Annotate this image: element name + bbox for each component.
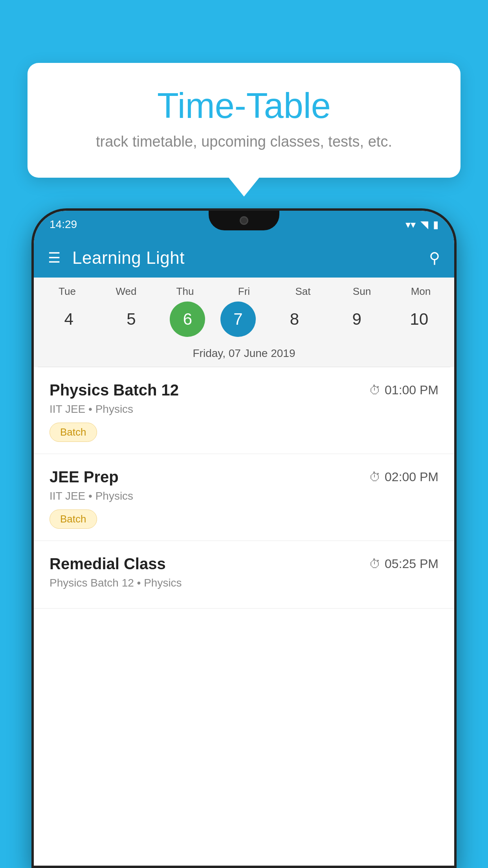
day-numbers: 4 5 6 7 8 9 10 — [38, 302, 450, 337]
day-5[interactable]: 5 — [108, 302, 155, 337]
phone-frame: 14:29 ▾▾ ◥ ▮ ☰ Learning Light ⚲ Tue Wed … — [31, 208, 457, 868]
status-icons: ▾▾ ◥ ▮ — [405, 219, 438, 231]
day-8[interactable]: 8 — [271, 302, 318, 337]
day-9[interactable]: 9 — [333, 302, 380, 337]
schedule-item-2-badge: Batch — [50, 509, 97, 529]
clock-icon-3: ⏱ — [369, 557, 381, 571]
day-header-mon: Mon — [397, 285, 444, 298]
calendar-strip: Tue Wed Thu Fri Sat Sun Mon 4 5 6 7 8 9 … — [34, 278, 454, 367]
day-header-tue: Tue — [44, 285, 91, 298]
day-header-sun: Sun — [338, 285, 385, 298]
schedule-container: Physics Batch 12 ⏱ 01:00 PM IIT JEE • Ph… — [34, 367, 454, 866]
day-header-sat: Sat — [279, 285, 327, 298]
phone-screen: 14:29 ▾▾ ◥ ▮ ☰ Learning Light ⚲ Tue Wed … — [34, 211, 454, 866]
day-header-wed: Wed — [103, 285, 150, 298]
battery-icon: ▮ — [433, 219, 438, 231]
day-4[interactable]: 4 — [45, 302, 92, 337]
schedule-item-3-time: ⏱ 05:25 PM — [369, 557, 438, 571]
front-camera — [240, 216, 248, 225]
app-bar: ☰ Learning Light ⚲ — [34, 238, 454, 278]
day-header-fri: Fri — [220, 285, 268, 298]
schedule-item-1-subtitle: IIT JEE • Physics — [50, 403, 438, 416]
schedule-item-2-header: JEE Prep ⏱ 02:00 PM — [50, 468, 438, 486]
day-10[interactable]: 10 — [396, 302, 443, 337]
schedule-item-3-title: Remedial Class — [50, 555, 166, 573]
schedule-item-1-title: Physics Batch 12 — [50, 381, 179, 399]
schedule-item-3-subtitle: Physics Batch 12 • Physics — [50, 577, 438, 589]
tooltip-title: Time-Table — [51, 86, 437, 125]
schedule-item-2-time: ⏱ 02:00 PM — [369, 470, 438, 484]
clock-icon-2: ⏱ — [369, 471, 381, 484]
phone-notch — [209, 211, 279, 230]
hamburger-icon[interactable]: ☰ — [48, 250, 61, 266]
signal-icon: ◥ — [420, 219, 428, 231]
day-7-selected[interactable]: 7 — [220, 302, 256, 337]
schedule-item-3-header: Remedial Class ⏱ 05:25 PM — [50, 555, 438, 573]
schedule-item-1-header: Physics Batch 12 ⏱ 01:00 PM — [50, 381, 438, 399]
tooltip-subtitle: track timetable, upcoming classes, tests… — [51, 133, 437, 150]
schedule-item-2-subtitle: IIT JEE • Physics — [50, 490, 438, 502]
schedule-item-2[interactable]: JEE Prep ⏱ 02:00 PM IIT JEE • Physics Ba… — [34, 454, 454, 541]
schedule-item-3[interactable]: Remedial Class ⏱ 05:25 PM Physics Batch … — [34, 541, 454, 609]
clock-icon-1: ⏱ — [369, 384, 381, 397]
schedule-item-1-time: ⏱ 01:00 PM — [369, 383, 438, 397]
search-icon[interactable]: ⚲ — [429, 249, 440, 267]
day-header-thu: Thu — [161, 285, 209, 298]
wifi-icon: ▾▾ — [405, 219, 416, 231]
day-6-today[interactable]: 6 — [170, 302, 205, 337]
app-title: Learning Light — [72, 248, 417, 268]
status-time: 14:29 — [50, 218, 77, 231]
schedule-item-2-title: JEE Prep — [50, 468, 119, 486]
schedule-item-1[interactable]: Physics Batch 12 ⏱ 01:00 PM IIT JEE • Ph… — [34, 367, 454, 454]
selected-date-label: Friday, 07 June 2019 — [38, 343, 450, 367]
schedule-item-1-badge: Batch — [50, 423, 97, 442]
tooltip-card: Time-Table track timetable, upcoming cla… — [28, 63, 460, 178]
day-headers: Tue Wed Thu Fri Sat Sun Mon — [38, 285, 450, 298]
